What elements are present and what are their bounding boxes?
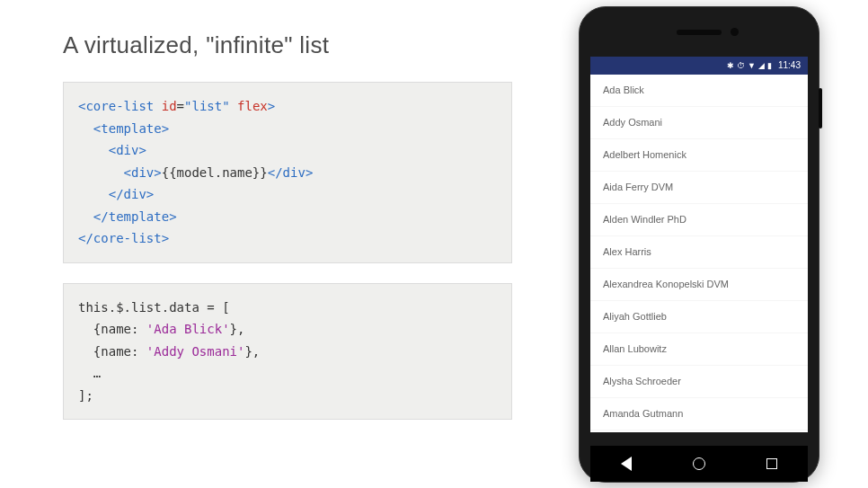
wifi-icon: ▼ bbox=[748, 61, 756, 70]
code-text: 'Ada Blick' bbox=[146, 322, 230, 336]
phone-speaker bbox=[677, 30, 722, 35]
code-text: <core-list bbox=[78, 99, 154, 113]
code-text: </template> bbox=[78, 209, 177, 224]
list-item[interactable]: Alysha Schroeder bbox=[590, 366, 808, 398]
nav-back-icon[interactable] bbox=[619, 457, 633, 471]
list-item[interactable]: Adelbert Homenick bbox=[590, 139, 808, 172]
code-text: … bbox=[78, 366, 101, 380]
status-time: 11:43 bbox=[778, 60, 801, 70]
list-item[interactable]: Allan Lubowitz bbox=[590, 333, 808, 366]
code-text: "list" bbox=[184, 99, 230, 113]
list-item[interactable]: Alexandrea Konopelski DVM bbox=[590, 269, 808, 301]
list-item[interactable]: Aliyah Gottlieb bbox=[590, 301, 808, 333]
nav-home-icon[interactable] bbox=[692, 457, 706, 471]
android-nav-bar bbox=[590, 446, 808, 482]
code-text: > bbox=[268, 99, 275, 113]
page-title: A virtualized, "infinite" list bbox=[63, 31, 512, 59]
list-item[interactable]: Addy Osmani bbox=[590, 107, 808, 139]
code-text: .$. bbox=[109, 300, 131, 315]
code-text: {name: bbox=[78, 344, 146, 359]
phone-mockup: ✱ ⏱ ▼ ◢ ▮ 11:43 Ada Blick Addy Osmani Ad… bbox=[579, 6, 819, 483]
status-bar: ✱ ⏱ ▼ ◢ ▮ 11:43 bbox=[590, 57, 808, 75]
code-text: <div> bbox=[78, 165, 162, 180]
code-text: this bbox=[78, 300, 109, 315]
list-item[interactable]: Amanda Gutmann bbox=[590, 398, 808, 430]
code-text: list bbox=[131, 300, 162, 315]
code-text: }, bbox=[230, 322, 245, 336]
alarm-icon: ⏱ bbox=[737, 61, 745, 70]
code-block-html: <core-list id="list" flex> <template> <d… bbox=[63, 82, 512, 263]
phone-power-button bbox=[819, 88, 822, 129]
code-text: {name: bbox=[78, 322, 146, 336]
code-text: ]; bbox=[78, 388, 93, 403]
code-text: 'Addy Osmani' bbox=[146, 344, 245, 359]
code-text: .data bbox=[162, 300, 199, 315]
code-block-js: this.$.list.data = [ {name: 'Ada Blick'}… bbox=[63, 283, 512, 421]
code-text: <template> bbox=[78, 121, 169, 136]
phone-camera bbox=[731, 28, 739, 36]
code-text: {{model.name}} bbox=[162, 165, 268, 180]
phone-screen: ✱ ⏱ ▼ ◢ ▮ 11:43 Ada Blick Addy Osmani Ad… bbox=[590, 57, 808, 432]
code-text: = bbox=[177, 99, 184, 113]
code-text: <div> bbox=[78, 143, 146, 157]
nav-recent-icon[interactable] bbox=[765, 457, 779, 471]
bluetooth-icon: ✱ bbox=[727, 61, 734, 70]
list-item[interactable]: Aida Ferry DVM bbox=[590, 172, 808, 204]
battery-icon: ▮ bbox=[767, 61, 772, 70]
code-text: flex bbox=[230, 99, 268, 113]
code-text: </div> bbox=[268, 165, 314, 180]
code-text: </core-list> bbox=[78, 231, 169, 245]
signal-icon: ◢ bbox=[758, 61, 765, 70]
list-item[interactable]: Alden Windler PhD bbox=[590, 204, 808, 236]
list-item[interactable]: Alex Harris bbox=[590, 236, 808, 269]
code-text: </div> bbox=[78, 187, 154, 201]
list-item[interactable]: Ada Blick bbox=[590, 75, 808, 107]
contact-list[interactable]: Ada Blick Addy Osmani Adelbert Homenick … bbox=[590, 75, 808, 432]
code-text: id bbox=[154, 99, 176, 113]
code-text: = [ bbox=[199, 300, 230, 315]
code-text: }, bbox=[244, 344, 260, 359]
